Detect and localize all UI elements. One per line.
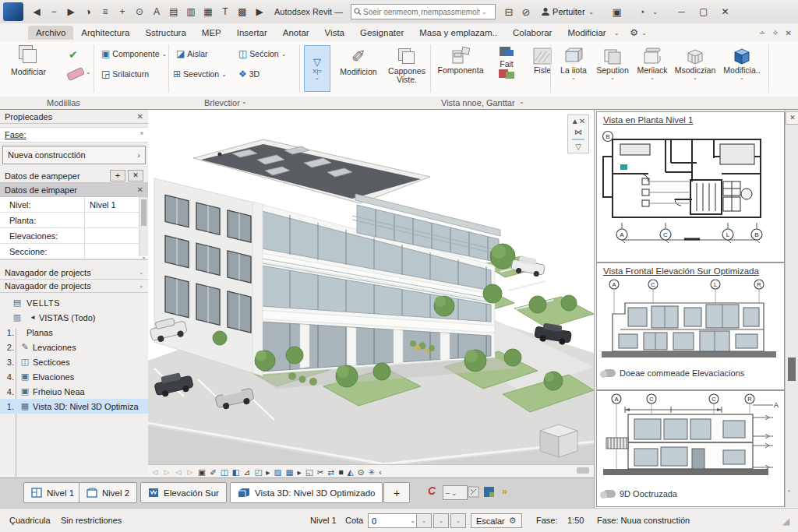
tree-item-vista-3d-selected[interactable]: 1. ▦ Vista 3D: Nivel 3D Optimiza: [0, 399, 148, 414]
qat-image-icon[interactable]: ▩: [234, 6, 251, 17]
datos-add-button[interactable]: +: [110, 170, 125, 181]
panel-label-vista[interactable]: Vista nnoe, Ganttar: [441, 98, 515, 107]
vc-cut-icon[interactable]: ✂: [317, 467, 324, 477]
fomponenta-button[interactable]: Fomponenta: [435, 47, 486, 75]
qat-sync-icon[interactable]: ◑: [79, 6, 97, 17]
tree-item-levaciones[interactable]: 2. ✎ Levaciones: [0, 340, 148, 354]
close-button[interactable]: ✕: [715, 6, 736, 17]
search-input[interactable]: [362, 7, 482, 17]
properties-scrollbar[interactable]: [139, 197, 148, 256]
vc-swap-icon[interactable]: ⇄: [327, 467, 334, 477]
vc-shadows-icon[interactable]: ⊿: [244, 467, 251, 477]
table-row[interactable]: Seccione:: [0, 244, 148, 259]
ribbon-cycle-icon[interactable]: ✧: [772, 28, 779, 38]
componente-button[interactable]: ▣ Componente ⌄: [101, 48, 167, 59]
vistas-expand-icon[interactable]: ◄: [30, 314, 36, 321]
vc-caret2-icon[interactable]: ▸: [297, 467, 301, 477]
table-caret-icon[interactable]: ⌄: [141, 253, 147, 260]
vc-crop-icon[interactable]: ◰: [254, 467, 262, 477]
ribbon-gear-icon[interactable]: ⚙: [630, 27, 638, 38]
fait-button[interactable]: Fait: [491, 45, 522, 79]
vc-unlock-icon[interactable]: ◱: [305, 467, 313, 477]
tree-item-elvaciones[interactable]: 4. ▣ Elvaciones: [0, 369, 148, 384]
vc-sun-icon[interactable]: ◧: [232, 467, 240, 477]
vc-detail-icon[interactable]: ✐: [210, 467, 217, 477]
search-box[interactable]: ⌄: [351, 4, 496, 19]
plan-view-card[interactable]: Vista en Planta Nivel 1: [596, 111, 785, 262]
right-scroll-thumb[interactable]: [788, 358, 796, 381]
elevation-3d-card[interactable]: A C C R A 9D Ooctruzada: [596, 390, 785, 507]
qat-more-icon[interactable]: ▶: [251, 6, 268, 17]
qat-zoom-icon[interactable]: ⊙: [131, 6, 148, 17]
sketch-c-icon[interactable]: C: [428, 484, 436, 497]
vc-prev-icon[interactable]: ◁: [151, 468, 159, 476]
tree-item-vistas[interactable]: ▥ ◄ VISTAS (Todo): [0, 310, 148, 325]
tab-vista[interactable]: Vista: [317, 26, 352, 40]
new-view-tab-button[interactable]: +: [383, 482, 410, 503]
qat-back-icon[interactable]: ◀: [28, 6, 45, 17]
tab-estructura[interactable]: Sstructura: [137, 26, 193, 40]
help-caret-icon[interactable]: ⌄: [651, 9, 660, 16]
tab-masa[interactable]: Masa y emplazam..: [411, 26, 505, 40]
estructura-muro-button[interactable]: ◲ Srilaicturn: [101, 69, 149, 79]
tree-item-root[interactable]: ▤ VELLTS: [0, 295, 148, 310]
revit-logo[interactable]: [3, 2, 23, 21]
elevation-sur-card[interactable]: Vista Frontal Elevación Sur Optimizada: [596, 262, 785, 390]
tree-item-planas[interactable]: 1. Planas: [0, 325, 148, 340]
tabbar-next-icon[interactable]: »: [502, 485, 507, 497]
tab-mep[interactable]: MEP: [194, 26, 229, 40]
status-combo-2[interactable]: ⌄: [433, 513, 449, 528]
qat-align-icon[interactable]: ≡: [97, 6, 114, 17]
vc-next-icon[interactable]: ▷: [163, 468, 171, 476]
cota-dropdown[interactable]: 0 ⌄: [368, 513, 419, 528]
qat-pointer-icon[interactable]: A: [148, 6, 165, 17]
tabbar-tool1-icon[interactable]: [468, 486, 479, 498]
qat-book-icon[interactable]: ▥: [182, 6, 200, 17]
browser-header[interactable]: Navagador de projects ⌄: [0, 280, 148, 293]
resize-grip-icon[interactable]: ◢: [782, 516, 789, 527]
modificion-button[interactable]: ✐ Modificion: [334, 47, 383, 76]
search-caret-icon[interactable]: ⌄: [482, 9, 487, 16]
help-icon[interactable]: ◔: [634, 6, 651, 18]
status-combo-3[interactable]: ⌄: [450, 513, 466, 528]
datos-section-close-icon[interactable]: ✕: [137, 185, 143, 194]
tree-item-frheiuo[interactable]: 4. ▣ Frheiuo Neaa: [0, 384, 148, 399]
qat-forward-icon[interactable]: ▶: [62, 6, 79, 17]
table-row[interactable]: Nivel: Nivel 1: [0, 197, 148, 213]
la-iiota-button[interactable]: La iiota ⌄: [555, 47, 592, 81]
datos-close-button[interactable]: ✕: [128, 170, 143, 181]
aislar-button[interactable]: ◪ Aislar: [176, 48, 208, 59]
panel-vista-caret-icon[interactable]: ⌄: [519, 98, 524, 105]
eraser-caret-icon[interactable]: ⌄: [86, 69, 91, 76]
tabbar-dropdown[interactable]: –⌄: [443, 485, 468, 500]
vc-snow-icon[interactable]: ✳: [369, 467, 376, 477]
modify-button[interactable]: Modificiar: [11, 45, 46, 76]
table-row[interactable]: Elevaciones:: [0, 228, 148, 244]
vc-show-crop-icon[interactable]: ▨: [274, 467, 282, 477]
status-combo-1[interactable]: ⌄: [416, 513, 432, 528]
tab-arquitectura[interactable]: Arqhitectura: [73, 26, 137, 40]
view-tab-vista-3d[interactable]: Vista 3D: Nivel 3D Optimizado: [230, 482, 383, 503]
escalar-button[interactable]: Escalar ⚙: [471, 513, 522, 528]
link-icon[interactable]: ⊘: [517, 6, 535, 18]
tab-gestionar[interactable]: Gesignater: [352, 26, 411, 40]
datos-bar[interactable]: Datos de eampeper + ✕: [0, 169, 148, 183]
user-name[interactable]: Pertuiter: [553, 7, 585, 16]
fisle-button[interactable]: Fisle: [527, 47, 558, 75]
nav-wheel-icon[interactable]: ⋈: [574, 128, 582, 136]
eraser-icon[interactable]: [66, 67, 85, 81]
nav-collapse-icon[interactable]: ▲✕: [571, 117, 585, 125]
fase-type-selector[interactable]: Nueva construcctión ›: [2, 146, 146, 164]
ribbon-pin-icon[interactable]: ∸: [759, 29, 765, 37]
tabbar-tool2-icon[interactable]: [483, 486, 495, 498]
browser-collapsed-bar[interactable]: Navagador de projects ⌄: [0, 266, 148, 280]
vc-next2-icon[interactable]: ▷: [186, 468, 194, 476]
check-icon[interactable]: ✔: [69, 48, 78, 61]
properties-close-icon[interactable]: ✕: [137, 112, 143, 121]
panel-label-modiillas[interactable]: Modiillas: [47, 98, 80, 107]
seccion-button[interactable]: ◫ Sećcion ⌄: [238, 48, 286, 59]
qat-dash-icon[interactable]: −: [45, 6, 62, 17]
tab-anotar[interactable]: Anotar: [275, 26, 317, 40]
vista-3d-button[interactable]: ❖ 3D: [238, 69, 260, 79]
viewport-hscroll-thumb[interactable]: [577, 467, 589, 474]
